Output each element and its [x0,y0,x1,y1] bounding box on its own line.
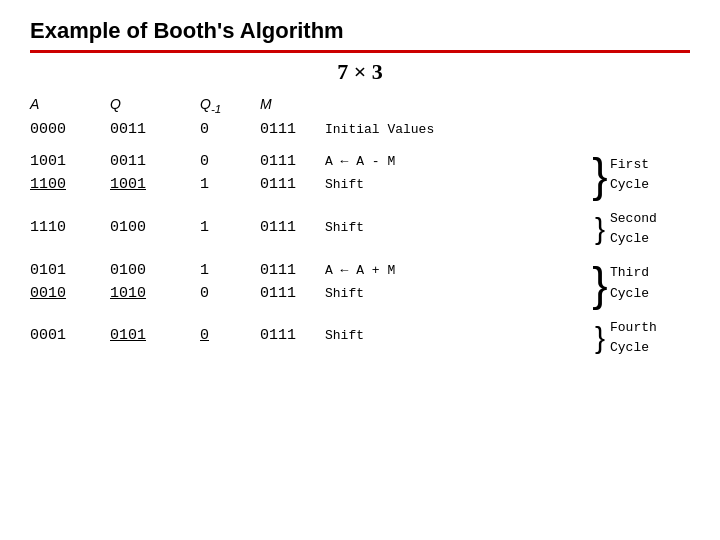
tc-row1-desc: A ← A + M [325,260,505,278]
tc-row2-Q1: 0 [200,283,260,304]
foc-row1-desc: Shift [325,325,505,343]
second-cycle-label: Second Cycle [610,208,690,248]
tc-row2-M: 0111 [260,283,325,304]
sc-row1-desc: Shift [325,217,505,235]
first-cycle-brace: } [590,152,610,198]
table-row: 1100 1001 1 0111 Shift [30,174,590,195]
tc-row2-A: 0010 [30,283,110,304]
page-title: Example of Booth's Algorithm [30,18,344,44]
foc-row1-A: 0001 [30,325,110,346]
fc-row2-Q: 1001 [110,174,200,195]
sc-row1-M: 0111 [260,217,325,238]
tc-row1-A: 0101 [30,260,110,281]
fc-row2-A: 1100 [30,174,110,195]
header-M: M [260,95,325,115]
sc-row1-Q: 0100 [110,217,200,238]
third-cycle-rows: 0101 0100 1 0111 A ← A + M 0010 1010 0 0… [30,260,590,306]
fc-row2-desc: Shift [325,174,505,192]
fourth-cycle-group: 0001 0101 0 0111 Shift } Fourth Cycle [30,317,690,357]
fc-row2-M: 0111 [260,174,325,195]
fc-row2-Q1: 1 [200,174,260,195]
formula-left: 7 [337,59,348,84]
title-underline [30,50,690,53]
table-header: A Q Q-1 M [30,95,690,117]
foc-row1-Q: 0101 [110,325,200,346]
first-cycle-label: First Cycle [610,154,690,194]
header-Q: Q [110,95,200,115]
fourth-cycle-label: Fourth Cycle [610,317,690,357]
first-cycle-rows: 1001 0011 0 0111 A ← A - M 1100 1001 1 0… [30,151,590,197]
fc-row1-M: 0111 [260,151,325,172]
formula-right: 3 [372,59,383,84]
second-cycle-brace: } [590,214,610,244]
tc-row2-Q: 1010 [110,283,200,304]
header-A: A [30,95,110,115]
sc-row1-Q1: 1 [200,217,260,238]
initial-A: 0000 [30,119,110,140]
fc-row1-Q: 0011 [110,151,200,172]
sc-row1-A: 1110 [30,217,110,238]
initial-desc: Initial Values [325,119,505,137]
second-cycle-rows: 1110 0100 1 0111 Shift [30,217,590,240]
page: Example of Booth's Algorithm 7 × 3 A Q Q… [0,0,720,540]
formula: 7 × 3 [30,59,690,85]
third-cycle-brace: } [590,261,610,307]
first-cycle-group: 1001 0011 0 0111 A ← A - M 1100 1001 1 0… [30,150,690,198]
title-bar: Example of Booth's Algorithm [30,18,690,44]
tc-row2-desc: Shift [325,283,505,301]
fc-row1-A: 1001 [30,151,110,172]
foc-row1-Q1: 0 [200,325,260,346]
tc-row1-Q1: 1 [200,260,260,281]
fc-row1-Q1: 0 [200,151,260,172]
fc-row1-desc: A ← A - M [325,151,505,169]
foc-row1-M: 0111 [260,325,325,346]
second-cycle-group: 1110 0100 1 0111 Shift } Second Cycle [30,208,690,248]
fourth-cycle-rows: 0001 0101 0 0111 Shift [30,325,590,348]
header-Q1: Q-1 [200,95,260,117]
formula-op: × [354,59,372,84]
table-row: 1110 0100 1 0111 Shift [30,217,590,238]
fourth-cycle-brace: } [590,323,610,353]
table-row: 0001 0101 0 0111 Shift [30,325,590,346]
third-cycle-group: 0101 0100 1 0111 A ← A + M 0010 1010 0 0… [30,259,690,307]
table-row: 0010 1010 0 0111 Shift [30,283,590,304]
third-cycle-label: Third Cycle [610,262,690,302]
tc-row1-Q: 0100 [110,260,200,281]
table-row-initial: 0000 0011 0 0111 Initial Values [30,119,690,140]
tc-row1-M: 0111 [260,260,325,281]
table-row: 0101 0100 1 0111 A ← A + M [30,260,590,281]
initial-Q1: 0 [200,119,260,140]
initial-M: 0111 [260,119,325,140]
table-row: 1001 0011 0 0111 A ← A - M [30,151,590,172]
initial-Q: 0011 [110,119,200,140]
